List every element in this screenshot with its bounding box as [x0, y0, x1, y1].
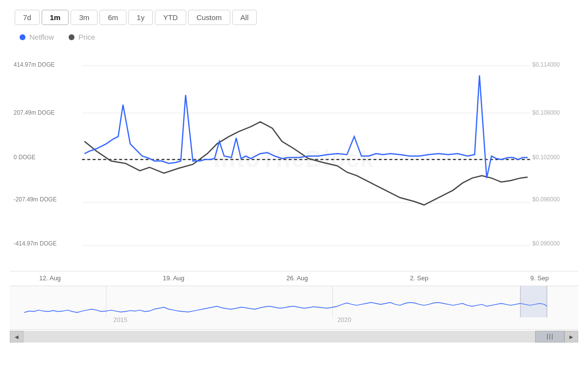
- svg-text:$0.114000: $0.114000: [533, 61, 560, 68]
- scroll-track[interactable]: [24, 331, 564, 343]
- svg-text:0 DOGE: 0 DOGE: [14, 154, 36, 161]
- scrollbar[interactable]: ◀ ▶: [10, 331, 578, 343]
- scroll-right-btn[interactable]: ▶: [564, 331, 578, 343]
- scroll-grip: [547, 334, 553, 340]
- netflow-label: Netflow: [29, 33, 54, 41]
- scroll-thumb[interactable]: [535, 331, 564, 343]
- main-chart: IntoTheBlock 414.97m DOGE 207.49m DOGE 0…: [10, 46, 578, 271]
- legend-netflow: Netflow: [20, 33, 54, 41]
- chart-area: IntoTheBlock 414.97m DOGE 207.49m DOGE 0…: [5, 46, 583, 387]
- x-axis-labels: 12. Aug 19. Aug 26. Aug 2. Sep 9. Sep: [10, 271, 578, 285]
- svg-text:-207.49m DOGE: -207.49m DOGE: [14, 196, 57, 203]
- svg-rect-20: [520, 286, 547, 318]
- btn-6m[interactable]: 6m: [99, 10, 126, 25]
- price-dot: [69, 34, 74, 40]
- price-label: Price: [78, 33, 95, 41]
- btn-7d[interactable]: 7d: [15, 10, 40, 25]
- svg-text:$0.090000: $0.090000: [533, 240, 560, 247]
- svg-text:$0.096000: $0.096000: [533, 196, 560, 203]
- btn-all[interactable]: All: [232, 10, 257, 25]
- svg-text:2015: 2015: [113, 316, 127, 323]
- svg-text:207.49m DOGE: 207.49m DOGE: [14, 109, 55, 116]
- scroll-left-btn[interactable]: ◀: [10, 331, 24, 343]
- btn-ytd[interactable]: YTD: [155, 10, 186, 25]
- btn-custom[interactable]: Custom: [188, 10, 230, 25]
- x-label-sep2: 2. Sep: [410, 274, 429, 282]
- x-label-aug26: 26. Aug: [286, 274, 308, 282]
- svg-text:2020: 2020: [337, 316, 351, 323]
- x-label-sep9: 9. Sep: [530, 274, 549, 282]
- x-label-aug12: 12. Aug: [39, 274, 61, 282]
- mini-chart-svg: 2015 2020: [10, 286, 578, 329]
- legend-price: Price: [69, 33, 95, 41]
- mini-chart: 2015 2020: [10, 286, 578, 330]
- svg-text:$0.102000: $0.102000: [533, 154, 560, 161]
- main-container: 7d 1m 3m 6m 1y YTD Custom All Netflow Pr…: [0, 0, 588, 392]
- time-range-selector: 7d 1m 3m 6m 1y YTD Custom All: [5, 10, 583, 25]
- svg-text:$0.108000: $0.108000: [533, 109, 560, 116]
- btn-3m[interactable]: 3m: [71, 10, 98, 25]
- netflow-dot: [20, 34, 25, 40]
- x-label-aug19: 19. Aug: [163, 274, 184, 282]
- svg-text:414.97m DOGE: 414.97m DOGE: [14, 61, 55, 68]
- btn-1y[interactable]: 1y: [128, 10, 153, 25]
- main-chart-svg: 414.97m DOGE 207.49m DOGE 0 DOGE -207.49…: [10, 46, 578, 271]
- svg-text:-414.97m DOGE: -414.97m DOGE: [14, 240, 57, 247]
- btn-1m[interactable]: 1m: [42, 10, 69, 25]
- chart-legend: Netflow Price: [5, 33, 583, 41]
